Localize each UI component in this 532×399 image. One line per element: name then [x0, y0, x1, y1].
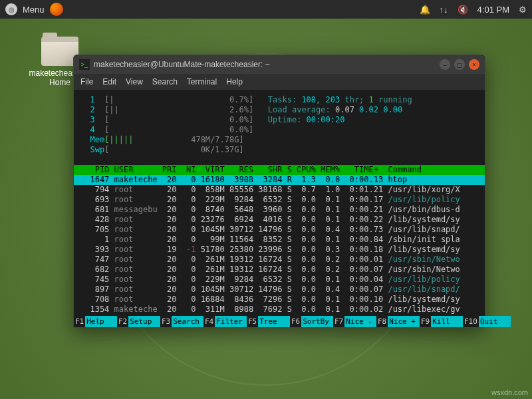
mate-logo-icon[interactable]: ◎ [5, 3, 17, 15]
clock[interactable]: 4:01 PM [477, 5, 509, 15]
menu-file[interactable]: File [80, 77, 93, 86]
window-titlebar[interactable]: >_ maketecheasier@UbuntuMate-maketecheas… [74, 55, 485, 74]
fkey-f4[interactable]: F4Filter [203, 316, 247, 327]
menu-button[interactable]: Menu [23, 5, 45, 15]
fkey-f5[interactable]: F5Tree [247, 316, 290, 327]
menu-help[interactable]: Help [226, 77, 243, 86]
firefox-icon[interactable] [50, 3, 63, 16]
network-icon[interactable]: ↑↓ [440, 5, 448, 15]
terminal-body[interactable]: 1 [| 0.7%] Tasks: 108, 203 thr; 1 runnin… [74, 90, 485, 327]
process-table-header[interactable]: PID USER PRI NI VIRT RES SHR S CPU% MEM%… [74, 165, 485, 175]
process-row[interactable]: 705 root 20 0 1045M 30712 14796 S 0.0 0.… [80, 225, 478, 235]
fkey-f10[interactable]: F10Quit [463, 316, 511, 327]
notification-icon[interactable]: 🔔 [420, 5, 430, 15]
process-row[interactable]: 897 root 20 0 1045M 30712 14796 S 0.0 0.… [80, 285, 478, 295]
minimize-button[interactable]: – [440, 59, 450, 70]
process-row[interactable]: 428 root 20 0 23276 6924 4016 S 0.0 0.1 … [80, 215, 478, 225]
fkey-f1[interactable]: F1Help [74, 316, 117, 327]
fkey-f2[interactable]: F2Setup [117, 316, 160, 327]
menu-edit[interactable]: Edit [102, 77, 116, 86]
process-row[interactable]: 681 messagebu 20 0 8740 5648 3960 S 0.0 … [80, 205, 478, 215]
function-key-bar: F1Help F2Setup F3SearchF4FilterF5Tree F6… [74, 316, 485, 327]
terminal-icon: >_ [79, 59, 90, 70]
process-row[interactable]: 1 root 20 0 99M 11564 8352 S 0.0 0.1 0:0… [80, 235, 478, 245]
fkey-f6[interactable]: F6SortBy [290, 316, 333, 327]
process-row[interactable]: 747 root 20 0 261M 19312 16724 S 0.0 0.2… [80, 255, 478, 265]
process-row[interactable]: 794 root 20 0 858M 85556 38168 S 0.7 1.0… [80, 185, 478, 195]
fkey-f3[interactable]: F3Search [160, 316, 203, 327]
fkey-f7[interactable]: F7Nice - [333, 316, 376, 327]
process-row[interactable]: 745 root 20 0 229M 9284 6532 S 0.0 0.1 0… [80, 275, 478, 285]
settings-gear-icon[interactable]: ⚙ [519, 5, 527, 15]
process-row[interactable]: 708 root 20 0 16884 8436 7296 S 0.0 0.1 … [80, 295, 478, 305]
menu-terminal[interactable]: Terminal [187, 77, 217, 86]
fkey-f9[interactable]: F9Kill [420, 316, 463, 327]
terminal-window: >_ maketecheasier@UbuntuMate-maketecheas… [73, 55, 485, 328]
process-row-selected[interactable]: 1647 maketeche 20 0 16180 3988 3284 R 1.… [74, 175, 485, 185]
maximize-button[interactable]: ◻ [454, 59, 465, 70]
volume-icon[interactable]: 🔇 [458, 5, 468, 15]
process-row[interactable]: 393 root 19 -1 51780 25380 23996 S 0.0 0… [80, 245, 478, 255]
process-row[interactable]: 693 root 20 0 229M 9284 6532 S 0.0 0.1 0… [80, 195, 478, 205]
menu-search[interactable]: Search [152, 77, 178, 86]
fkey-f8[interactable]: F8Nice + [376, 316, 420, 327]
watermark: wsxdn.com [491, 388, 528, 396]
process-row[interactable]: 1354 maketeche 20 0 311M 8988 7692 S 0.0… [80, 305, 478, 315]
menu-view[interactable]: View [126, 77, 143, 86]
close-button[interactable]: × [469, 59, 479, 70]
top-panel: ◎ Menu 🔔 ↑↓ 🔇 4:01 PM ⚙ [0, 0, 532, 19]
window-title: maketecheasier@UbuntuMate-maketecheasier… [94, 60, 270, 69]
process-row[interactable]: 682 root 20 0 261M 19312 16724 S 0.0 0.2… [80, 265, 478, 275]
terminal-menubar: FileEditViewSearchTerminalHelp [74, 74, 485, 90]
